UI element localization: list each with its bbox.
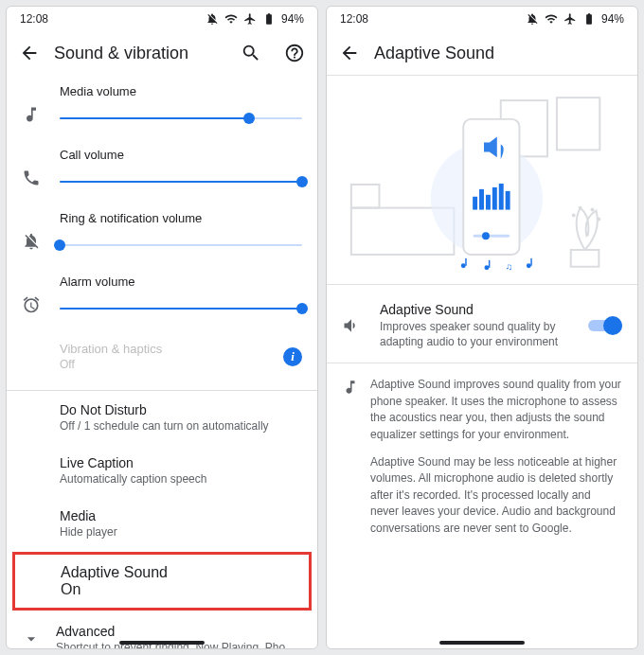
bell-off-icon [22,232,41,251]
toggle-sub: Improves speaker sound quality by adapti… [380,319,577,349]
toggle-label: Adaptive Sound [380,302,577,317]
back-button[interactable] [338,42,361,64]
alarm-volume-row: Alarm volume [7,265,317,328]
search-button[interactable] [240,42,262,64]
chevron-down-icon [22,629,41,648]
caption-sub: Automatically caption speech [60,472,302,486]
adaptive-label: Adaptive Sound [61,564,299,581]
svg-rect-12 [473,197,477,210]
adaptive-sound-row[interactable]: Adaptive Sound On [12,552,312,611]
svg-point-20 [461,263,466,268]
help-icon [284,43,305,63]
status-time: 12:08 [340,12,368,26]
adaptive-toggle-row: Adaptive Sound Improves speaker sound qu… [327,285,637,363]
search-icon [241,43,261,63]
alarm-volume-slider[interactable] [60,302,302,315]
page-title: Adaptive Sound [374,44,626,63]
dnd-off-icon [526,12,539,26]
help-button[interactable] [283,42,306,64]
airplane-icon [243,12,257,26]
battery-pct: 94% [281,12,304,26]
call-volume-row: Call volume [7,138,317,202]
svg-rect-21 [465,258,466,266]
advanced-label: Advanced [56,624,302,639]
music-note-icon [342,379,359,396]
media-volume-label: Media volume [60,84,302,98]
status-bar: 12:08 94% [327,7,637,31]
back-arrow-icon [339,43,360,63]
media-label: Media [60,508,302,523]
back-arrow-icon [19,43,40,63]
airplane-icon [564,12,577,26]
svg-rect-17 [506,191,510,210]
screen-sound-vibration: 12:08 94% Sound & vibration [6,6,318,649]
dnd-off-icon [206,12,219,26]
call-volume-label: Call volume [60,148,302,162]
wifi-icon [224,12,238,26]
desc-p1: Adaptive Sound improves sound quality fr… [370,377,622,443]
call-volume-slider[interactable] [60,175,302,188]
vibration-sub: Off [60,358,283,371]
music-note-icon [22,105,41,124]
adaptive-sub: On [61,581,299,598]
back-button[interactable] [18,42,41,64]
svg-rect-14 [486,195,491,210]
vibration-haptics-row: Vibration & haptics Off i [7,328,317,384]
svg-point-19 [482,232,490,239]
wifi-icon [545,12,558,26]
svg-rect-15 [492,187,497,210]
ring-volume-row: Ring & notification volume [7,202,317,265]
svg-rect-23 [489,260,490,268]
gesture-pill[interactable] [119,641,205,645]
svg-rect-26 [530,258,531,266]
battery-icon [582,12,596,26]
media-volume-slider[interactable] [60,112,302,125]
info-icon[interactable]: i [283,347,302,366]
svg-point-6 [572,214,576,218]
svg-rect-11 [463,119,519,255]
desc-p2: Adaptive Sound may be less noticeable at… [370,454,622,537]
app-bar: Adaptive Sound [327,31,637,75]
screen-adaptive-sound: 12:08 94% Adaptive Sound [326,6,638,649]
adaptive-sound-toggle[interactable] [588,316,622,335]
svg-rect-16 [499,184,504,210]
dnd-row[interactable]: Do Not Disturb Off / 1 schedule can turn… [7,391,317,444]
dnd-sub: Off / 1 schedule can turn on automatical… [60,419,302,433]
svg-point-9 [597,217,600,221]
live-caption-row[interactable]: Live Caption Automatically caption speec… [7,444,317,497]
speaker-icon [342,316,361,335]
svg-point-8 [590,208,594,212]
dnd-label: Do Not Disturb [60,402,302,417]
status-time: 12:08 [20,12,48,26]
svg-point-7 [579,206,582,210]
svg-point-25 [527,263,531,268]
adaptive-description: Adaptive Sound improves sound quality fr… [327,363,637,561]
media-volume-row: Media volume [7,75,317,138]
alarm-icon [22,295,41,314]
page-title: Sound & vibration [54,44,226,63]
gesture-pill[interactable] [439,641,525,645]
media-sub: Hide player [60,525,302,539]
ring-volume-slider[interactable] [60,239,302,252]
ring-volume-label: Ring & notification volume [60,211,302,225]
status-bar: 12:08 94% [7,7,317,31]
app-bar: Sound & vibration [7,31,317,75]
svg-rect-13 [479,189,484,210]
media-row[interactable]: Media Hide player [7,497,317,550]
battery-pct: 94% [601,12,624,26]
battery-icon [262,12,276,26]
svg-point-22 [484,265,489,270]
vibration-label: Vibration & haptics [60,342,283,356]
caption-label: Live Caption [60,455,302,470]
phone-icon [22,168,41,187]
svg-text:♫: ♫ [506,261,512,272]
adaptive-sound-illustration: ♫ [327,76,637,284]
alarm-volume-label: Alarm volume [60,274,302,289]
